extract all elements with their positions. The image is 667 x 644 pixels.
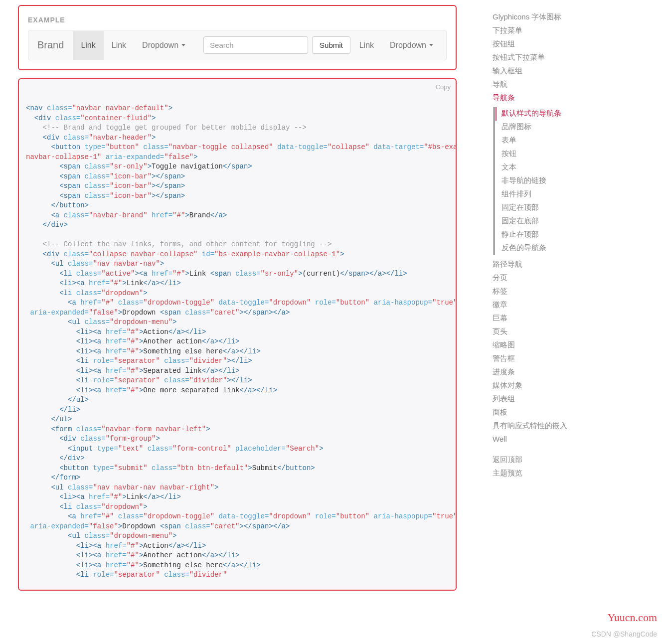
toc-item[interactable]: 导航 bbox=[493, 78, 577, 92]
toc-item[interactable]: 巨幕 bbox=[493, 312, 577, 325]
toc-item[interactable]: 面板 bbox=[493, 406, 577, 420]
dropdown-label: Dropdown bbox=[142, 41, 178, 50]
toc-item[interactable]: Glyphicons 字体图标 bbox=[493, 11, 577, 24]
toc-subitems: 默认样式的导航条 品牌图标 表单 按钮 文本 非导航的链接 组件排列 固定在顶部… bbox=[494, 107, 577, 255]
nav-link-1[interactable]: Link bbox=[73, 31, 103, 60]
caret-icon bbox=[429, 44, 433, 46]
caret-icon bbox=[181, 44, 185, 46]
toc-theme-preview[interactable]: 主题预览 bbox=[493, 467, 577, 481]
watermark-yuucn: Yuucn.com bbox=[607, 611, 657, 624]
toc-item[interactable]: 标签 bbox=[493, 285, 577, 299]
copy-button[interactable]: Copy bbox=[436, 82, 451, 92]
toc-item[interactable]: Well bbox=[493, 433, 577, 446]
navbar: Brand Link Link Dropdown Submit Link Dro… bbox=[28, 30, 447, 60]
toc-item[interactable]: 徽章 bbox=[493, 299, 577, 312]
toc-item[interactable]: 警告框 bbox=[493, 352, 577, 366]
search-input[interactable] bbox=[203, 36, 308, 54]
toc-subitem[interactable]: 静止在顶部 bbox=[501, 228, 577, 242]
toc-subitem[interactable]: 表单 bbox=[501, 134, 577, 148]
toc-item[interactable]: 列表组 bbox=[493, 393, 577, 406]
nav-link-right[interactable]: Link bbox=[351, 31, 382, 60]
toc-item[interactable]: 输入框组 bbox=[493, 65, 577, 78]
toc-item-active[interactable]: 导航条 bbox=[493, 92, 577, 105]
toc-subitem[interactable]: 按钮 bbox=[501, 148, 577, 161]
submit-button[interactable]: Submit bbox=[312, 36, 350, 54]
nav-link-2[interactable]: Link bbox=[104, 31, 134, 60]
toc-item[interactable]: 下拉菜单 bbox=[493, 24, 577, 38]
watermark-csdn: CSDN @ShangCode bbox=[591, 630, 657, 638]
toc-subitem[interactable]: 非导航的链接 bbox=[501, 174, 577, 188]
code-block: Copy <nav class="navbar navbar-default">… bbox=[18, 78, 457, 591]
nav-dropdown-right[interactable]: Dropdown bbox=[382, 31, 441, 60]
toc-item[interactable]: 缩略图 bbox=[493, 339, 577, 352]
navbar-brand[interactable]: Brand bbox=[28, 30, 73, 60]
toc-subitem[interactable]: 组件排列 bbox=[501, 188, 577, 201]
toc-subitem[interactable]: 反色的导航条 bbox=[501, 242, 577, 255]
toc-subitem-active[interactable]: 默认样式的导航条 bbox=[496, 107, 577, 121]
toc-item[interactable]: 路径导航 bbox=[493, 258, 577, 272]
dropdown-label-r: Dropdown bbox=[390, 41, 426, 50]
toc-subitem[interactable]: 固定在顶部 bbox=[501, 201, 577, 215]
example-panel: EXAMPLE Brand Link Link Dropdown Submit … bbox=[18, 5, 457, 70]
sidebar-toc: Glyphicons 字体图标 下拉菜单 按钮组 按钮式下拉菜单 输入框组 导航… bbox=[493, 11, 577, 481]
toc-item[interactable]: 按钮式下拉菜单 bbox=[493, 51, 577, 65]
toc-item[interactable]: 分页 bbox=[493, 272, 577, 285]
toc-subitem[interactable]: 文本 bbox=[501, 161, 577, 174]
toc-item[interactable]: 进度条 bbox=[493, 366, 577, 379]
toc-item[interactable]: 媒体对象 bbox=[493, 379, 577, 393]
toc-subitem[interactable]: 品牌图标 bbox=[501, 121, 577, 134]
nav-dropdown-1[interactable]: Dropdown bbox=[134, 31, 193, 60]
toc-subitem[interactable]: 固定在底部 bbox=[501, 215, 577, 228]
example-label: EXAMPLE bbox=[28, 16, 447, 24]
toc-item[interactable]: 具有响应式特性的嵌入 bbox=[493, 420, 577, 433]
toc-item[interactable]: 页头 bbox=[493, 325, 577, 339]
toc-item[interactable]: 按钮组 bbox=[493, 38, 577, 51]
toc-back-top[interactable]: 返回顶部 bbox=[493, 454, 577, 467]
